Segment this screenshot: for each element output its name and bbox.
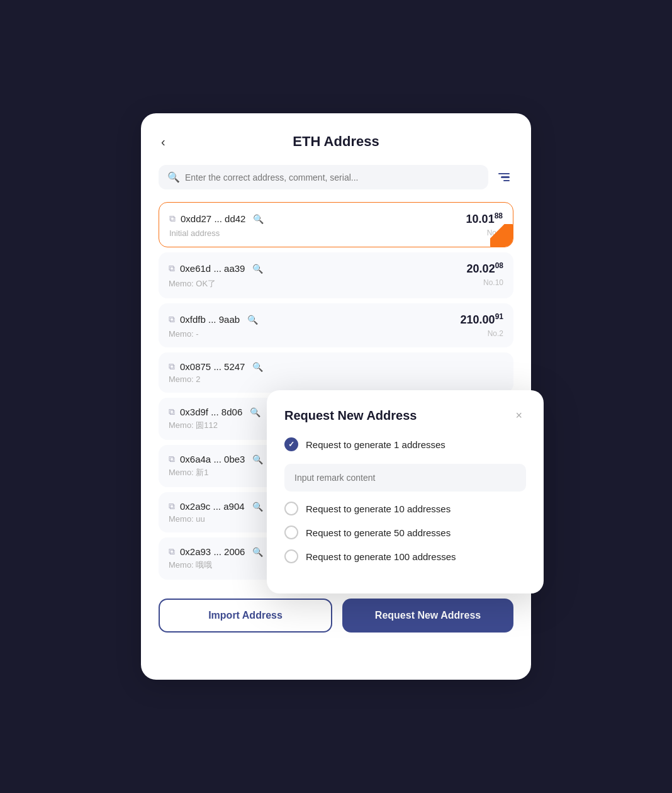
radio-option[interactable]: Request to generate 100 addresses	[284, 549, 526, 563]
copy-icon[interactable]: ⧉	[169, 407, 175, 417]
address-bottom: Memo: OK了 No.10	[169, 278, 503, 290]
copy-icon[interactable]: ⧉	[169, 314, 175, 325]
radio-option[interactable]: Request to generate 50 addresses	[284, 526, 526, 539]
address-search-icon[interactable]: 🔍	[252, 264, 263, 274]
address-hash: 0x0875 ... 5247	[180, 361, 245, 372]
copy-icon[interactable]: ⧉	[169, 546, 175, 557]
request-new-address-button[interactable]: Request New Address	[342, 599, 513, 633]
address-left: ⧉ 0xfdfb ... 9aab 🔍	[169, 314, 258, 325]
address-search-icon[interactable]: 🔍	[252, 547, 263, 557]
address-number: No.2	[488, 329, 503, 339]
address-bottom: Initial address No.0	[169, 228, 503, 238]
page-title: ETH Address	[293, 133, 379, 150]
address-hash: 0x2a9c ... a904	[180, 501, 245, 512]
copy-icon[interactable]: ⧉	[169, 454, 175, 464]
radio-label-2: Request to generate 50 addresses	[306, 527, 451, 538]
remark-input[interactable]	[284, 464, 526, 492]
address-item[interactable]: ⧉ 0xdd27 ... dd42 🔍 10.0188 Initial addr…	[159, 202, 513, 247]
address-memo: Memo: OK了	[169, 278, 216, 290]
address-left: ⧉ 0x3d9f ... 8d06 🔍	[169, 407, 260, 417]
address-memo: Memo: 圆112	[169, 420, 218, 431]
radio-label-0: Request to generate 1 addresses	[306, 439, 445, 450]
address-search-icon[interactable]: 🔍	[253, 214, 264, 224]
address-amount: 210.0091	[461, 312, 503, 327]
radio-circle-0	[284, 437, 298, 451]
address-left: ⧉ 0xdd27 ... dd42 🔍	[169, 213, 264, 224]
modal-close-button[interactable]: ×	[512, 408, 526, 424]
address-memo: Memo: 哦哦	[169, 560, 212, 571]
address-memo: Memo: 2	[169, 374, 201, 384]
address-hash: 0xfdfb ... 9aab	[180, 314, 240, 325]
import-address-button[interactable]: Import Address	[159, 599, 332, 633]
address-item-top: ⧉ 0xe61d ... aa39 🔍 20.0208	[169, 261, 503, 276]
radio-option-0[interactable]: Request to generate 1 addresses	[284, 437, 526, 451]
address-memo: Initial address	[169, 228, 220, 238]
address-item-top: ⧉ 0xfdfb ... 9aab 🔍 210.0091	[169, 312, 503, 327]
address-hash: 0xdd27 ... dd42	[181, 213, 245, 224]
modal-header: Request New Address ×	[284, 408, 526, 424]
copy-icon[interactable]: ⧉	[169, 263, 175, 274]
radio-circle-3	[284, 549, 298, 563]
address-memo: Memo: 新1	[169, 467, 209, 478]
address-item-top: ⧉ 0xdd27 ... dd42 🔍 10.0188	[169, 211, 503, 226]
address-number: No.10	[483, 278, 503, 290]
address-bottom: Memo: 2	[169, 374, 503, 384]
radio-option-1[interactable]: Request to generate 10 addresses	[284, 502, 526, 515]
address-hash: 0xe61d ... aa39	[180, 263, 245, 274]
address-amount: 20.0208	[467, 261, 503, 276]
search-input[interactable]	[185, 172, 479, 183]
address-left: ⧉ 0x2a9c ... a904 🔍	[169, 501, 263, 512]
back-button[interactable]: ‹	[159, 132, 168, 152]
address-item-top: ⧉ 0x0875 ... 5247 🔍	[169, 361, 503, 372]
radio-option[interactable]: Request to generate 10 addresses	[284, 502, 526, 515]
address-bottom: Memo: - No.2	[169, 329, 503, 339]
search-box: 🔍	[159, 165, 488, 189]
radio-circle-1	[284, 502, 298, 515]
modal-options: Request to generate 1 addresses Request …	[284, 437, 526, 563]
address-left: ⧉ 0xe61d ... aa39 🔍	[169, 263, 263, 274]
modal-title: Request New Address	[284, 408, 417, 423]
request-new-address-modal: Request New Address × Request to generat…	[267, 390, 544, 593]
address-item[interactable]: ⧉ 0xe61d ... aa39 🔍 20.0208 Memo: OK了 No…	[159, 252, 513, 298]
radio-option[interactable]: Request to generate 1 addresses	[284, 437, 526, 451]
header: ‹ ETH Address	[159, 133, 513, 150]
address-search-icon[interactable]: 🔍	[252, 454, 263, 464]
copy-icon[interactable]: ⧉	[169, 361, 175, 372]
radio-label-3: Request to generate 100 addresses	[306, 551, 456, 562]
filter-button[interactable]	[495, 169, 513, 186]
address-memo: Memo: -	[169, 329, 199, 339]
filter-icon	[498, 173, 510, 182]
address-search-icon[interactable]: 🔍	[252, 502, 263, 512]
radio-option-3[interactable]: Request to generate 100 addresses	[284, 549, 526, 563]
address-hash: 0x2a93 ... 2006	[180, 546, 245, 557]
radio-label-1: Request to generate 10 addresses	[306, 503, 451, 514]
address-hash: 0x3d9f ... 8d06	[180, 407, 242, 417]
address-search-icon[interactable]: 🔍	[252, 362, 263, 372]
address-memo: Memo: uu	[169, 514, 205, 524]
address-search-icon[interactable]: 🔍	[250, 407, 260, 417]
address-search-icon[interactable]: 🔍	[247, 315, 258, 325]
search-icon: 🔍	[167, 171, 180, 183]
radio-circle-2	[284, 526, 298, 539]
address-item[interactable]: ⧉ 0xfdfb ... 9aab 🔍 210.0091 Memo: - No.…	[159, 303, 513, 347]
radio-option-2[interactable]: Request to generate 50 addresses	[284, 526, 526, 539]
address-left: ⧉ 0x0875 ... 5247 🔍	[169, 361, 263, 372]
bottom-buttons: Import Address Request New Address	[159, 599, 513, 633]
copy-icon[interactable]: ⧉	[169, 501, 175, 512]
address-left: ⧉ 0x2a93 ... 2006 🔍	[169, 546, 263, 557]
copy-icon[interactable]: ⧉	[169, 213, 176, 224]
search-row: 🔍	[159, 165, 513, 189]
address-hash: 0x6a4a ... 0be3	[180, 454, 245, 464]
address-item[interactable]: ⧉ 0x0875 ... 5247 🔍 Memo: 2	[159, 352, 513, 393]
main-card: ‹ ETH Address 🔍 ⧉ 0xdd27 ... dd42 🔍 10.0…	[141, 113, 531, 680]
active-corner	[490, 224, 513, 247]
address-left: ⧉ 0x6a4a ... 0be3 🔍	[169, 454, 263, 464]
